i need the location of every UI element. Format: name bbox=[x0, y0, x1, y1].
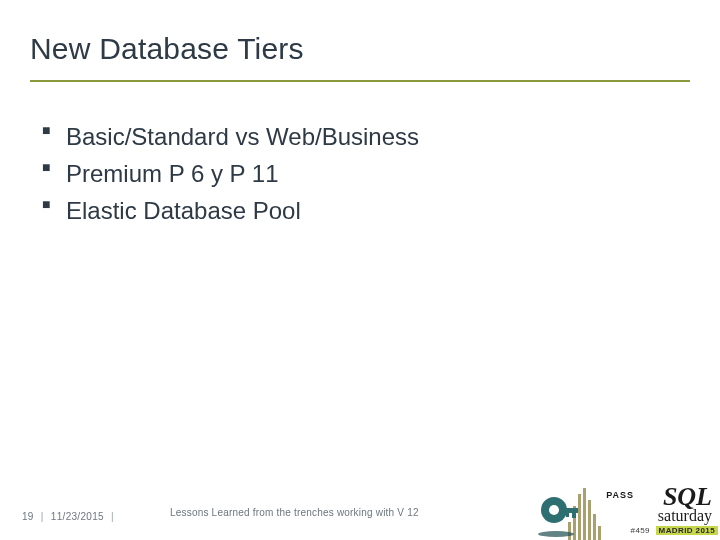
slide-title: New Database Tiers bbox=[30, 32, 304, 66]
svg-rect-3 bbox=[562, 508, 578, 513]
svg-point-2 bbox=[549, 505, 559, 515]
footer: 19 | 11/23/2015 | Lessons Learned from t… bbox=[0, 482, 720, 540]
page-number: 19 bbox=[22, 511, 34, 522]
logo-pass-text: PASS bbox=[606, 490, 634, 500]
title-underline bbox=[30, 80, 690, 82]
key-icon bbox=[536, 492, 582, 538]
event-id: #459 bbox=[631, 526, 650, 535]
svg-rect-4 bbox=[572, 513, 576, 518]
footer-logo-area: PASS SQL saturday #459 MADRID 2015 bbox=[544, 482, 720, 540]
sql-saturday-logo: PASS SQL saturday #459 MADRID 2015 bbox=[586, 482, 720, 540]
separator: | bbox=[37, 511, 48, 522]
svg-rect-5 bbox=[566, 513, 569, 517]
bullet-item: Elastic Database Pool bbox=[42, 192, 690, 229]
svg-point-0 bbox=[538, 531, 574, 537]
bullet-item: Basic/Standard vs Web/Business bbox=[42, 118, 690, 155]
bullet-list: Basic/Standard vs Web/Business Premium P… bbox=[42, 118, 690, 230]
event-tag: #459 MADRID 2015 bbox=[631, 526, 718, 535]
separator: | bbox=[107, 511, 118, 522]
footer-date: 11/23/2015 bbox=[51, 511, 104, 522]
footer-event-title: Lessons Learned from the trenches workin… bbox=[170, 507, 419, 518]
bullet-item: Premium P 6 y P 11 bbox=[42, 155, 690, 192]
event-city: MADRID 2015 bbox=[656, 526, 718, 535]
logo-saturday-text: saturday bbox=[658, 508, 712, 524]
slide: New Database Tiers Basic/Standard vs Web… bbox=[0, 0, 720, 540]
footer-meta: 19 | 11/23/2015 | bbox=[22, 511, 118, 522]
